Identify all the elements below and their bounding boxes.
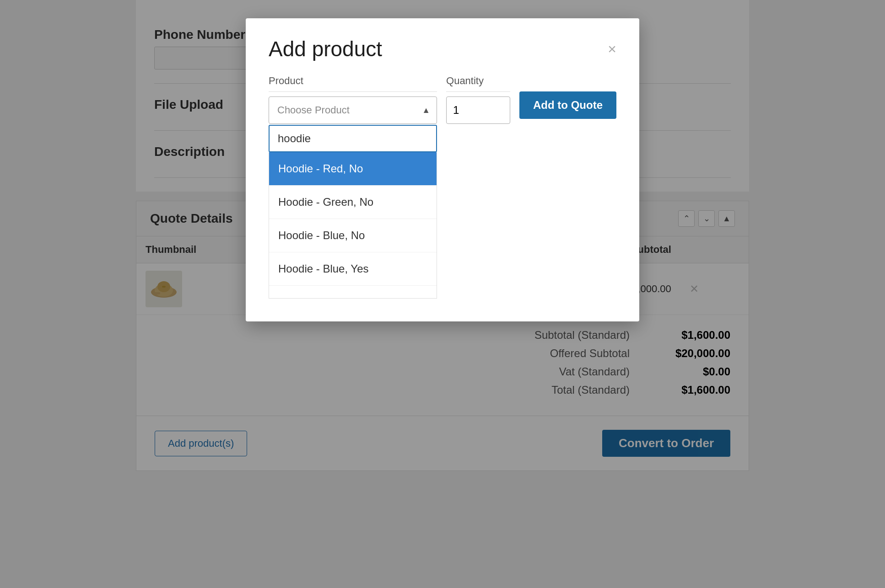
add-to-quote-button[interactable]: Add to Quote <box>519 91 616 119</box>
dropdown-item-2[interactable]: Hoodie - Blue, No <box>269 219 437 252</box>
dropdown-item-3[interactable]: Hoodie - Blue, Yes <box>269 252 437 286</box>
product-dropdown-list: Hoodie - Red, No Hoodie - Green, No Hood… <box>269 152 437 299</box>
add-product-modal: Add product × Product Choose Product ▲ H… <box>246 18 639 321</box>
quantity-section-label: Quantity <box>446 75 510 92</box>
modal-cta-section: Add to Quote <box>519 75 616 120</box>
dropdown-item-0[interactable]: Hoodie - Red, No <box>269 152 437 186</box>
modal-body: Product Choose Product ▲ Hoodie - Red, N… <box>269 75 616 299</box>
dropdown-item-4[interactable]: Hoodie with Pocket <box>269 286 437 299</box>
modal-header: Add product × <box>269 37 616 61</box>
quantity-section: Quantity <box>446 75 510 124</box>
product-select-button[interactable]: Choose Product ▲ <box>269 96 437 124</box>
modal-overlay: Add product × Product Choose Product ▲ H… <box>0 0 885 588</box>
product-section: Product Choose Product ▲ Hoodie - Red, N… <box>269 75 437 299</box>
select-arrow-icon: ▲ <box>422 106 430 115</box>
modal-close-button[interactable]: × <box>608 42 616 56</box>
product-dropdown-container: Choose Product ▲ Hoodie - Red, No Hoodie… <box>269 96 437 299</box>
quantity-input[interactable] <box>446 96 510 124</box>
product-section-label: Product <box>269 75 437 92</box>
product-select-placeholder: Choose Product <box>277 104 350 116</box>
product-search-input[interactable] <box>269 125 437 152</box>
modal-title: Add product <box>269 37 382 61</box>
dropdown-item-1[interactable]: Hoodie - Green, No <box>269 186 437 219</box>
